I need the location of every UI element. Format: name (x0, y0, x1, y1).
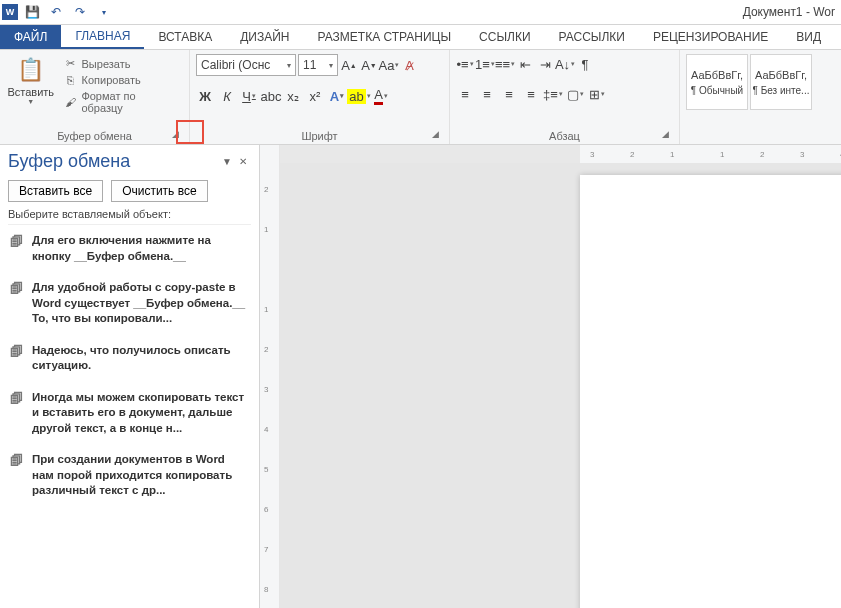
redo-icon[interactable]: ↷ (72, 4, 88, 20)
document-title: Документ1 - Wor (743, 5, 839, 19)
scissors-icon: ✂ (64, 57, 78, 70)
clear-all-button[interactable]: Очистить все (111, 180, 207, 202)
group-styles: АаБбВвГг, ¶ Обычный АаБбВвГг, ¶ Без инте… (680, 50, 841, 144)
pane-options-icon[interactable]: ▼ (219, 154, 235, 170)
group-label-font: Шрифт ◢ (196, 128, 443, 142)
numbering-icon[interactable]: 1≡ (476, 54, 494, 74)
document-page[interactable] (580, 175, 841, 608)
clipboard-pane: Буфер обмена ▼ ✕ Вставить все Очистить в… (0, 145, 260, 608)
highlight-icon[interactable]: ab (350, 86, 368, 106)
paste-icon: 📋 (15, 54, 47, 86)
paragraph-dialog-launcher[interactable]: ◢ (659, 128, 671, 140)
align-center-icon[interactable]: ≡ (478, 84, 496, 104)
format-painter-button[interactable]: 🖌Формат по образцу (60, 89, 183, 115)
underline-icon[interactable]: Ч (240, 86, 258, 106)
tab-design[interactable]: ДИЗАЙН (226, 25, 303, 49)
clipboard-item[interactable]: 🗐Надеюсь, что получилось описать ситуаци… (8, 335, 251, 382)
group-font: Calibri (Оснс▾ 11▾ A▲ A▼ Aa A̷ Ж К Ч abc… (190, 50, 450, 144)
tab-references[interactable]: ССЫЛКИ (465, 25, 544, 49)
change-case-icon[interactable]: Aa (380, 55, 398, 75)
borders-icon[interactable]: ⊞ (588, 84, 606, 104)
grow-font-icon[interactable]: A▲ (340, 55, 358, 75)
pane-close-icon[interactable]: ✕ (235, 154, 251, 170)
clip-item-icon: 🗐 (10, 452, 26, 499)
ribbon: 📋 Вставить ▼ ✂Вырезать ⎘Копировать 🖌Форм… (0, 50, 841, 145)
align-right-icon[interactable]: ≡ (500, 84, 518, 104)
group-label-paragraph: Абзац ◢ (456, 128, 673, 142)
save-icon[interactable]: 💾 (24, 4, 40, 20)
align-left-icon[interactable]: ≡ (456, 84, 474, 104)
tab-file[interactable]: ФАЙЛ (0, 25, 61, 49)
copy-button[interactable]: ⎘Копировать (60, 73, 183, 87)
style-no-spacing[interactable]: АаБбВвГг, ¶ Без инте... (750, 54, 812, 110)
text-effects-icon[interactable]: A (328, 86, 346, 106)
customize-qat-icon[interactable]: ▾ (96, 4, 112, 20)
clip-item-icon: 🗐 (10, 280, 26, 327)
clipboard-item[interactable]: 🗐При создании документов в Word нам поро… (8, 444, 251, 507)
superscript-icon[interactable]: x² (306, 86, 324, 106)
tab-home[interactable]: ГЛАВНАЯ (61, 25, 144, 49)
clipboard-list: 🗐Для его включения нажмите на кнопку __Б… (8, 224, 251, 602)
pane-hint: Выберите вставляемый объект: (8, 208, 251, 220)
font-size-combo[interactable]: 11▾ (298, 54, 338, 76)
horizontal-ruler[interactable]: 3 2 1 1 2 3 4 (280, 145, 841, 163)
tab-view[interactable]: ВИД (782, 25, 835, 49)
group-paragraph: •≡ 1≡ ≡≡ ⇤ ⇥ A↓ ¶ ≡ ≡ ≡ ≡ ‡≡ ▢ ⊞ Абзац ◢ (450, 50, 680, 144)
tab-insert[interactable]: ВСТАВКА (144, 25, 226, 49)
clip-item-icon: 🗐 (10, 390, 26, 437)
sort-icon[interactable]: A↓ (556, 54, 574, 74)
clear-formatting-icon[interactable]: A̷ (400, 55, 418, 75)
clipboard-item[interactable]: 🗐Для удобной работы с copy-paste в Word … (8, 272, 251, 335)
clipboard-dialog-launcher[interactable]: ◢ (169, 128, 181, 140)
tab-mailings[interactable]: РАССЫЛКИ (545, 25, 639, 49)
strikethrough-icon[interactable]: abc (262, 86, 280, 106)
quick-access-toolbar: 💾 ↶ ↷ ▾ (24, 4, 112, 20)
clip-item-icon: 🗐 (10, 233, 26, 264)
font-dialog-launcher[interactable]: ◢ (429, 128, 441, 140)
clipboard-item[interactable]: 🗐Иногда мы можем скопировать текст и вст… (8, 382, 251, 445)
increase-indent-icon[interactable]: ⇥ (536, 54, 554, 74)
font-name-combo[interactable]: Calibri (Оснс▾ (196, 54, 296, 76)
copy-icon: ⎘ (64, 74, 78, 86)
multilevel-list-icon[interactable]: ≡≡ (496, 54, 514, 74)
brush-icon: 🖌 (64, 96, 78, 108)
justify-icon[interactable]: ≡ (522, 84, 540, 104)
paste-all-button[interactable]: Вставить все (8, 180, 103, 202)
group-label-clipboard: Буфер обмена ◢ (6, 128, 183, 142)
undo-icon[interactable]: ↶ (48, 4, 64, 20)
shrink-font-icon[interactable]: A▼ (360, 55, 378, 75)
word-app-icon: W (2, 4, 18, 20)
decrease-indent-icon[interactable]: ⇤ (516, 54, 534, 74)
document-viewport[interactable]: 3 2 1 1 2 3 4 (280, 145, 841, 608)
paste-button[interactable]: 📋 Вставить ▼ (6, 54, 56, 105)
font-color-icon[interactable]: A (372, 86, 390, 106)
subscript-icon[interactable]: x₂ (284, 86, 302, 106)
workspace: Буфер обмена ▼ ✕ Вставить все Очистить в… (0, 145, 841, 608)
pane-title: Буфер обмена (8, 151, 219, 172)
clip-item-icon: 🗐 (10, 343, 26, 374)
tab-review[interactable]: РЕЦЕНЗИРОВАНИЕ (639, 25, 782, 49)
ribbon-tabstrip: ФАЙЛ ГЛАВНАЯ ВСТАВКА ДИЗАЙН РАЗМЕТКА СТР… (0, 25, 841, 50)
shading-icon[interactable]: ▢ (566, 84, 584, 104)
vertical-ruler[interactable]: 2 1 1 2 3 4 5 6 7 8 (260, 145, 280, 608)
show-marks-icon[interactable]: ¶ (576, 54, 594, 74)
clipboard-item[interactable]: 🗐Для его включения нажмите на кнопку __Б… (8, 225, 251, 272)
tab-page-layout[interactable]: РАЗМЕТКА СТРАНИЦЫ (304, 25, 466, 49)
line-spacing-icon[interactable]: ‡≡ (544, 84, 562, 104)
group-clipboard: 📋 Вставить ▼ ✂Вырезать ⎘Копировать 🖌Форм… (0, 50, 190, 144)
italic-icon[interactable]: К (218, 86, 236, 106)
bullets-icon[interactable]: •≡ (456, 54, 474, 74)
bold-icon[interactable]: Ж (196, 86, 214, 106)
title-bar: W 💾 ↶ ↷ ▾ Документ1 - Wor (0, 0, 841, 25)
style-normal[interactable]: АаБбВвГг, ¶ Обычный (686, 54, 748, 110)
document-area: 2 1 1 2 3 4 5 6 7 8 3 2 1 1 2 3 4 (260, 145, 841, 608)
cut-button[interactable]: ✂Вырезать (60, 56, 183, 71)
